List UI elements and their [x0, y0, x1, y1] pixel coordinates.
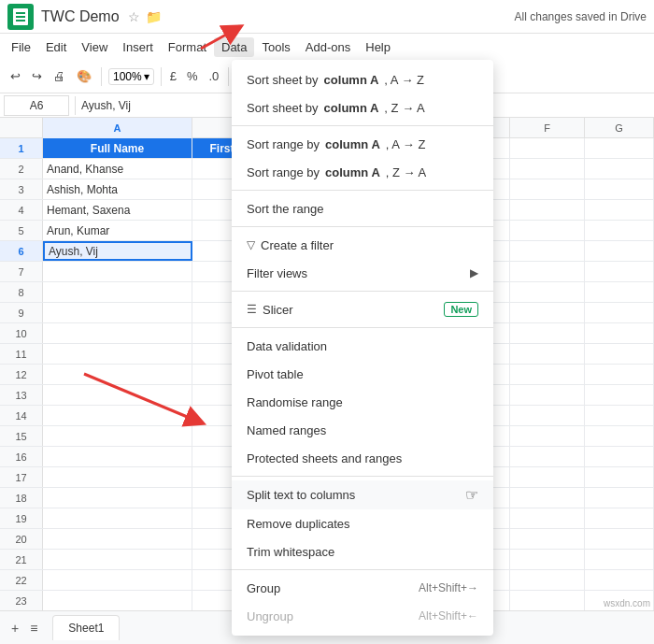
- cell-a4[interactable]: Hemant, Saxena: [43, 200, 192, 220]
- cell-a12[interactable]: [43, 365, 192, 384]
- cell-f9[interactable]: [510, 303, 585, 322]
- currency-btn[interactable]: £: [166, 66, 180, 86]
- cell-g6[interactable]: [585, 241, 654, 261]
- dd-pivot-table[interactable]: Pivot table: [232, 360, 493, 388]
- menu-format[interactable]: Format: [161, 37, 214, 57]
- dd-sort-range[interactable]: Sort the range: [232, 194, 493, 222]
- cell-f19[interactable]: [510, 508, 585, 528]
- cell-g7[interactable]: [585, 262, 654, 281]
- menu-addons[interactable]: Add-ons: [298, 37, 358, 57]
- cell-a2[interactable]: Anand, Khanse: [43, 159, 192, 179]
- cell-g15[interactable]: [585, 426, 654, 446]
- menu-help[interactable]: Help: [358, 37, 398, 57]
- cell-f14[interactable]: [510, 406, 585, 425]
- cell-reference-box[interactable]: A6: [4, 95, 69, 116]
- dd-sort-az[interactable]: Sort sheet by column A, A → Z: [232, 65, 493, 93]
- cell-f7[interactable]: [510, 262, 585, 281]
- menu-view[interactable]: View: [74, 37, 115, 57]
- dd-split-text[interactable]: Split text to columns ☞: [232, 480, 493, 509]
- cell-a11[interactable]: [43, 344, 192, 364]
- cell-g21[interactable]: [585, 550, 654, 569]
- undo-btn[interactable]: ↩: [6, 66, 25, 86]
- cell-a8[interactable]: [43, 282, 192, 302]
- cell-f4[interactable]: [510, 200, 585, 220]
- cell-g12[interactable]: [585, 365, 654, 384]
- cell-a6[interactable]: Ayush, Vij: [43, 241, 192, 261]
- menu-data[interactable]: Data: [214, 37, 254, 57]
- menu-tools[interactable]: Tools: [254, 37, 297, 57]
- dd-remove-duplicates[interactable]: Remove duplicates: [232, 509, 493, 537]
- dd-slicer[interactable]: ☰ Slicer New: [232, 295, 493, 323]
- cell-f8[interactable]: [510, 282, 585, 302]
- cell-a15[interactable]: [43, 426, 192, 446]
- cell-a5[interactable]: Arun, Kumar: [43, 221, 192, 240]
- cell-a16[interactable]: [43, 447, 192, 466]
- cell-f11[interactable]: [510, 344, 585, 364]
- menu-insert[interactable]: Insert: [115, 37, 161, 57]
- cell-f6[interactable]: [510, 241, 585, 261]
- cell-f21[interactable]: [510, 550, 585, 569]
- cell-a19[interactable]: [43, 508, 192, 528]
- cell-f2[interactable]: [510, 159, 585, 179]
- cell-g16[interactable]: [585, 447, 654, 466]
- paint-format-btn[interactable]: 🎨: [72, 66, 96, 86]
- cell-g2[interactable]: [585, 159, 654, 179]
- cell-g18[interactable]: [585, 488, 654, 508]
- zoom-selector[interactable]: 100% ▾: [108, 68, 154, 85]
- cell-a23[interactable]: [43, 591, 192, 610]
- dd-protected[interactable]: Protected sheets and ranges: [232, 444, 493, 472]
- cell-f15[interactable]: [510, 426, 585, 446]
- cell-g3[interactable]: [585, 179, 654, 199]
- star-icon[interactable]: ☆: [128, 9, 140, 24]
- dd-randomise[interactable]: Randomise range: [232, 388, 493, 416]
- col-header-g[interactable]: G: [585, 118, 654, 138]
- add-sheet-btn[interactable]: +: [7, 619, 22, 637]
- cell-g4[interactable]: [585, 200, 654, 220]
- col-header-a[interactable]: A: [43, 118, 192, 138]
- dd-group[interactable]: Group Alt+Shift+→: [232, 574, 493, 602]
- cell-g19[interactable]: [585, 508, 654, 528]
- sheet-list-btn[interactable]: ≡: [26, 619, 41, 637]
- dd-ungroup[interactable]: Ungroup Alt+Shift+←: [232, 602, 493, 630]
- cell-f18[interactable]: [510, 488, 585, 508]
- cell-g9[interactable]: [585, 303, 654, 322]
- cell-a9[interactable]: [43, 303, 192, 322]
- doc-title[interactable]: TWC Demo: [41, 8, 120, 25]
- cell-a14[interactable]: [43, 406, 192, 425]
- cell-g11[interactable]: [585, 344, 654, 364]
- cell-a10[interactable]: [43, 323, 192, 343]
- cell-a7[interactable]: [43, 262, 192, 281]
- cell-g8[interactable]: [585, 282, 654, 302]
- percent-btn[interactable]: %: [182, 66, 203, 86]
- dd-create-filter[interactable]: ▽ Create a filter: [232, 231, 493, 259]
- dd-sort-za[interactable]: Sort sheet by column A, Z → A: [232, 93, 493, 122]
- cell-a18[interactable]: [43, 488, 192, 508]
- cell-g10[interactable]: [585, 323, 654, 343]
- cell-f16[interactable]: [510, 447, 585, 466]
- dd-trim-whitespace[interactable]: Trim whitespace: [232, 537, 493, 565]
- cell-a3[interactable]: Ashish, Mohta: [43, 179, 192, 199]
- dd-sort-range-za[interactable]: Sort range by column A, Z → A: [232, 158, 493, 186]
- cell-f1[interactable]: [510, 138, 585, 158]
- cell-f3[interactable]: [510, 179, 585, 199]
- cell-f20[interactable]: [510, 529, 585, 549]
- menu-edit[interactable]: Edit: [38, 37, 74, 57]
- cell-f13[interactable]: [510, 385, 585, 405]
- cell-g14[interactable]: [585, 406, 654, 425]
- cell-g5[interactable]: [585, 221, 654, 240]
- cell-g1[interactable]: [585, 138, 654, 158]
- sheet-tab-1[interactable]: Sheet1: [52, 615, 120, 640]
- cell-f23[interactable]: [510, 591, 585, 610]
- cell-a17[interactable]: [43, 467, 192, 487]
- menu-file[interactable]: File: [4, 37, 38, 57]
- folder-icon[interactable]: 📁: [146, 9, 162, 24]
- cell-f17[interactable]: [510, 467, 585, 487]
- print-btn[interactable]: 🖨: [49, 66, 70, 86]
- cell-f12[interactable]: [510, 365, 585, 384]
- dd-named-ranges[interactable]: Named ranges: [232, 416, 493, 444]
- dd-sort-range-az[interactable]: Sort range by column A, A → Z: [232, 130, 493, 158]
- cell-g13[interactable]: [585, 385, 654, 405]
- cell-g20[interactable]: [585, 529, 654, 549]
- cell-g22[interactable]: [585, 570, 654, 590]
- col-header-f[interactable]: F: [510, 118, 585, 138]
